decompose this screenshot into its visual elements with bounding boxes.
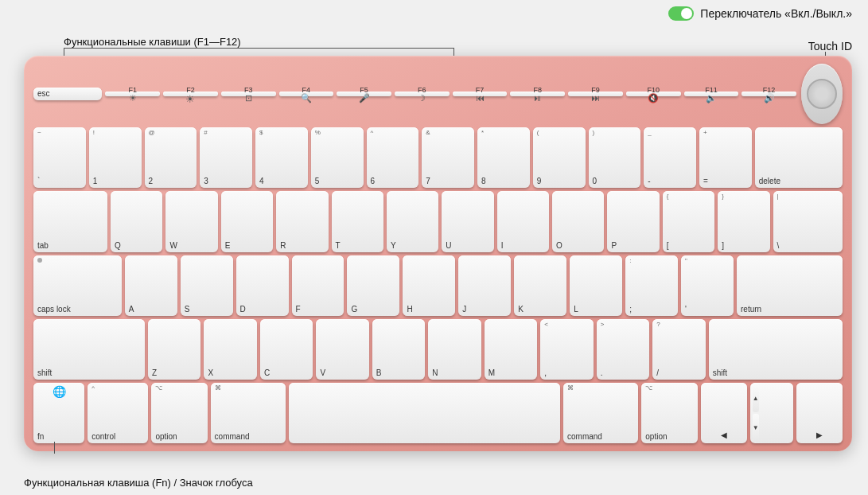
- key-shift-right[interactable]: shift: [709, 319, 843, 380]
- keyboard: esc ☀ F1 ☀ F2 ⊡ F3 🔍 F4 🎤 F5: [24, 56, 852, 451]
- key-d[interactable]: D: [236, 255, 289, 316]
- key-m[interactable]: M: [485, 319, 537, 380]
- key-f6[interactable]: ☽ F6: [395, 92, 450, 96]
- key-open-bracket[interactable]: { [: [663, 191, 714, 251]
- key-z[interactable]: Z: [148, 319, 200, 380]
- key-comma[interactable]: < ,: [540, 319, 593, 380]
- key-f5[interactable]: 🎤 F5: [337, 92, 391, 96]
- key-backtick[interactable]: ~ `: [33, 127, 86, 188]
- key-close-bracket[interactable]: } ]: [718, 191, 769, 251]
- key-o[interactable]: O: [552, 191, 604, 251]
- key-arrow-left[interactable]: ◀: [701, 383, 747, 443]
- key-5[interactable]: % 5: [311, 127, 364, 188]
- caps-row: caps lock A S D F G H J K L : ; " ' retu…: [33, 255, 843, 316]
- key-control[interactable]: ^ control: [88, 383, 148, 443]
- key-caps-lock[interactable]: caps lock: [33, 255, 122, 316]
- touch-id-sensor: [807, 79, 837, 109]
- fn-globe-annotation: Функциональная клавиша (Fn) / Значок гло…: [24, 477, 253, 489]
- key-f[interactable]: F: [292, 255, 344, 316]
- key-b[interactable]: B: [372, 319, 425, 380]
- key-delete[interactable]: delete: [755, 127, 843, 188]
- key-arrow-up-down: ▲ ▼: [750, 383, 793, 443]
- key-option-left[interactable]: ⌥ option: [151, 383, 207, 443]
- key-f1[interactable]: ☀ F1: [105, 92, 160, 96]
- key-7[interactable]: & 7: [422, 127, 474, 188]
- key-f8[interactable]: ⏯ F8: [510, 92, 565, 96]
- key-i[interactable]: I: [497, 191, 549, 251]
- toggle-annotation: Переключатель «Вкл./Выкл.»: [668, 6, 852, 21]
- key-command-right[interactable]: ⌘ command: [563, 383, 638, 443]
- key-command-left[interactable]: ⌘ command: [211, 383, 286, 443]
- key-2[interactable]: @ 2: [145, 127, 197, 188]
- key-u[interactable]: U: [442, 191, 493, 251]
- key-c[interactable]: C: [260, 319, 313, 380]
- key-arrow-right[interactable]: ▶: [796, 383, 843, 443]
- key-backslash[interactable]: | \: [773, 191, 843, 251]
- key-semicolon[interactable]: : ;: [625, 255, 678, 316]
- key-t[interactable]: T: [332, 191, 383, 251]
- key-n[interactable]: N: [428, 319, 481, 380]
- key-space[interactable]: [289, 383, 560, 443]
- key-6[interactable]: ^ 6: [367, 127, 419, 188]
- key-f7[interactable]: ⏮ F7: [453, 92, 508, 96]
- key-f4[interactable]: 🔍 F4: [279, 92, 334, 96]
- key-s[interactable]: S: [181, 255, 233, 316]
- touch-id-button[interactable]: [801, 64, 843, 124]
- key-8[interactable]: * 8: [477, 127, 530, 188]
- key-g[interactable]: G: [347, 255, 399, 316]
- num-row: ~ ` ! 1 @ 2 # 3 $ 4 % 5: [33, 127, 843, 188]
- keyboard-wrap: esc ☀ F1 ☀ F2 ⊡ F3 🔍 F4 🎤 F5: [24, 56, 852, 451]
- tab-row: tab Q W E R T Y U I O P { [ } ] | \: [33, 191, 843, 251]
- key-p[interactable]: P: [607, 191, 659, 251]
- key-f9[interactable]: ⏭ F9: [568, 92, 623, 96]
- key-0[interactable]: ) 0: [589, 127, 641, 188]
- key-a[interactable]: A: [125, 255, 177, 316]
- key-return[interactable]: return: [737, 255, 843, 316]
- key-arrow-down[interactable]: ▼: [753, 414, 759, 442]
- key-j[interactable]: J: [458, 255, 511, 316]
- key-f12[interactable]: 🔊 F12: [741, 92, 796, 96]
- key-minus[interactable]: _ -: [644, 127, 696, 188]
- key-3[interactable]: # 3: [200, 127, 252, 188]
- fn-keys-label: Функциональные клавиши (F1—F12): [64, 36, 241, 48]
- key-esc[interactable]: esc: [33, 88, 102, 100]
- bottom-row: 🌐 fn ^ control ⌥ option ⌘ command ⌘ comm…: [33, 383, 843, 443]
- key-w[interactable]: W: [165, 191, 217, 251]
- key-1[interactable]: ! 1: [89, 127, 142, 188]
- toggle-switch-icon: [668, 6, 694, 21]
- fn-globe-line: [54, 442, 55, 454]
- key-arrow-up[interactable]: ▲: [753, 384, 759, 412]
- key-k[interactable]: K: [514, 255, 566, 316]
- key-shift-left[interactable]: shift: [33, 319, 145, 380]
- key-f11[interactable]: 🔈 F11: [684, 92, 739, 96]
- key-4[interactable]: $ 4: [255, 127, 308, 188]
- key-v[interactable]: V: [316, 319, 368, 380]
- shift-row: shift Z X C V B N M < , > . ? / shift: [33, 319, 843, 380]
- fn-bracket-top: [64, 48, 453, 49]
- key-r[interactable]: R: [276, 191, 328, 251]
- key-slash[interactable]: ? /: [652, 319, 705, 380]
- key-fn-globe[interactable]: 🌐 fn: [33, 383, 84, 443]
- key-equals[interactable]: + =: [699, 127, 752, 188]
- key-q[interactable]: Q: [111, 191, 162, 251]
- key-period[interactable]: > .: [597, 319, 649, 380]
- key-y[interactable]: Y: [387, 191, 438, 251]
- key-9[interactable]: ( 9: [533, 127, 586, 188]
- key-option-right[interactable]: ⌥ option: [641, 383, 697, 443]
- key-x[interactable]: X: [204, 319, 256, 380]
- key-f2[interactable]: ☀ F2: [163, 92, 218, 96]
- key-quote[interactable]: " ': [681, 255, 734, 316]
- toggle-label-text: Переключатель «Вкл./Выкл.»: [700, 7, 852, 20]
- key-l[interactable]: L: [570, 255, 622, 316]
- key-f10[interactable]: 🔇 F10: [626, 92, 681, 96]
- key-tab[interactable]: tab: [33, 191, 107, 251]
- fn-row: esc ☀ F1 ☀ F2 ⊡ F3 🔍 F4 🎤 F5: [33, 64, 843, 124]
- key-f3[interactable]: ⊡ F3: [221, 92, 276, 96]
- caps-led: [37, 258, 42, 263]
- key-h[interactable]: H: [403, 255, 455, 316]
- key-e[interactable]: E: [221, 191, 273, 251]
- touch-id-label: Touch ID: [808, 40, 852, 53]
